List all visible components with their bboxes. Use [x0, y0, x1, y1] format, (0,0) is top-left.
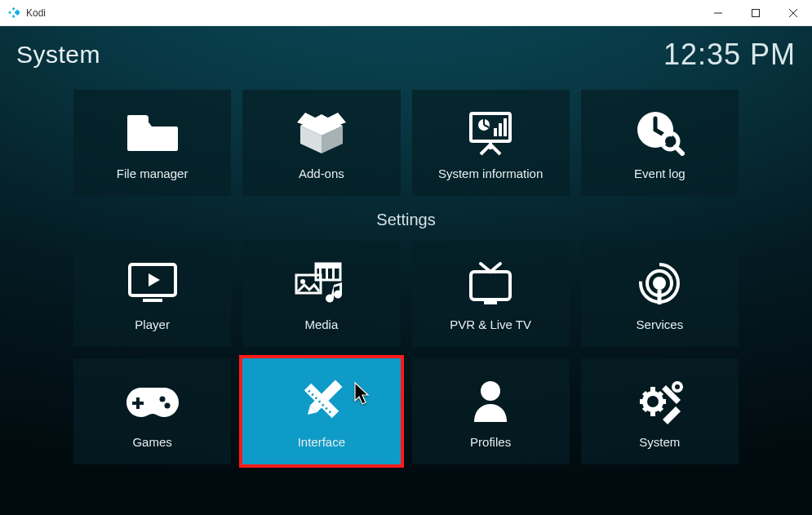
- tile-games[interactable]: Games: [73, 358, 231, 464]
- tile-row-settings-1: Player Media PVR & Live TV Services: [73, 241, 739, 347]
- app-content: System 12:35 PM File manager Add-ons: [0, 26, 812, 515]
- tile-add-ons[interactable]: Add-ons: [242, 90, 400, 196]
- svg-rect-9: [504, 118, 507, 136]
- svg-point-44: [673, 383, 681, 391]
- settings-section-label: Settings: [73, 211, 739, 229]
- window-close-button[interactable]: [774, 0, 812, 26]
- gamepad-icon: [125, 375, 180, 427]
- svg-rect-22: [332, 264, 335, 280]
- tile-media[interactable]: Media: [242, 241, 400, 347]
- svg-rect-24: [484, 301, 497, 304]
- clock-search-icon: [634, 106, 685, 158]
- svg-rect-21: [326, 264, 328, 280]
- svg-rect-3: [15, 9, 20, 16]
- tile-profiles[interactable]: Profiles: [412, 358, 570, 464]
- svg-rect-29: [132, 402, 144, 405]
- svg-point-25: [653, 277, 666, 290]
- open-box-icon: [295, 106, 348, 158]
- svg-point-13: [665, 136, 675, 146]
- tile-label: Add-ons: [299, 166, 344, 180]
- svg-rect-7: [494, 128, 497, 136]
- presentation-chart-icon: [466, 106, 515, 158]
- tile-label: File manager: [117, 166, 189, 180]
- tile-services[interactable]: Services: [581, 241, 739, 347]
- svg-rect-0: [12, 7, 16, 10]
- tile-system-information[interactable]: System information: [412, 90, 570, 196]
- tile-event-log[interactable]: Event log: [581, 90, 739, 196]
- tile-label: Profiles: [470, 435, 511, 449]
- media-icon: [295, 257, 348, 309]
- tile-row-settings-2: Games Interface Profiles: [73, 358, 739, 464]
- svg-rect-1: [8, 11, 11, 14]
- svg-point-31: [164, 402, 170, 408]
- cursor-pointer-icon: [353, 381, 373, 409]
- svg-rect-23: [471, 272, 510, 300]
- svg-rect-8: [499, 123, 502, 136]
- window-titlebar: Kodi: [0, 0, 812, 26]
- tile-system[interactable]: System: [581, 358, 739, 464]
- tile-row-top: File manager Add-ons System information …: [73, 90, 739, 196]
- clock: 12:35 PM: [663, 38, 796, 72]
- tile-label: System: [639, 435, 680, 449]
- gear-tools-icon: [635, 375, 684, 427]
- tile-label: Games: [132, 435, 171, 449]
- window-maximize-button[interactable]: [737, 0, 774, 26]
- header-bar: System 12:35 PM: [0, 26, 812, 83]
- svg-rect-20: [319, 264, 322, 280]
- svg-rect-4: [752, 9, 760, 16]
- tile-file-manager[interactable]: File manager: [73, 90, 231, 196]
- pencil-ruler-icon: [295, 375, 348, 427]
- tile-label: Interface: [298, 435, 345, 449]
- svg-rect-15: [143, 299, 162, 302]
- monitor-play-icon: [126, 257, 179, 309]
- tile-label: PVR & Live TV: [450, 317, 531, 331]
- svg-point-30: [159, 396, 165, 402]
- tile-label: System information: [438, 166, 543, 180]
- broadcast-icon: [636, 257, 683, 309]
- tile-interface[interactable]: Interface: [242, 358, 400, 464]
- tile-label: Media: [304, 317, 338, 331]
- tile-label: Event log: [634, 166, 686, 180]
- svg-point-42: [481, 381, 500, 401]
- page-title: System: [16, 41, 100, 69]
- tile-player[interactable]: Player: [73, 241, 231, 347]
- tile-label: Services: [637, 317, 684, 331]
- folder-icon: [126, 106, 180, 158]
- window-minimize-button[interactable]: [699, 0, 737, 26]
- tile-pvr-live-tv[interactable]: PVR & Live TV: [412, 241, 570, 347]
- svg-rect-2: [12, 15, 16, 18]
- user-icon: [471, 375, 510, 427]
- tile-label: Player: [135, 317, 170, 331]
- tv-icon: [466, 257, 515, 309]
- window-title: Kodi: [26, 7, 46, 19]
- kodi-app-icon: [7, 7, 20, 20]
